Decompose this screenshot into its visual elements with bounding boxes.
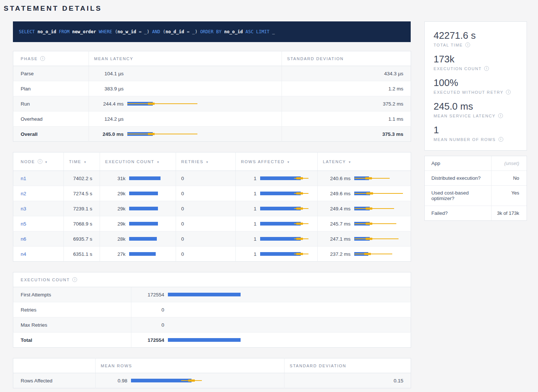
bar-mean-segment [129, 222, 158, 226]
node-cell: n2 [13, 186, 64, 201]
sql-identifier: no_o_id [38, 29, 56, 34]
time-column-header[interactable]: TIME▼ [64, 152, 100, 171]
rows-affected-value: 1 [241, 221, 256, 227]
node-link[interactable]: n5 [21, 221, 26, 227]
info-icon[interactable] [498, 113, 503, 118]
execution-count-cell-content: 31k [105, 171, 170, 186]
total-time-value: 42271.6 s [434, 30, 518, 41]
rows-standard-deviation-column-header: STANDARD DEVIATION [284, 358, 411, 373]
execution-count-cell: 31k [100, 171, 176, 186]
execution-count-table-header: EXECUTION COUNT [13, 272, 411, 287]
info-icon[interactable] [465, 42, 470, 47]
mean-rows-cell: 0.98 [96, 373, 284, 388]
execution-count-row-bar [168, 333, 406, 347]
sql-identifier: no_d_id [165, 29, 184, 34]
node-link[interactable]: n6 [21, 236, 26, 242]
node-column-header[interactable]: NODE▼ [13, 152, 64, 171]
rows-affected-value: 1 [241, 206, 256, 212]
info-icon[interactable] [484, 66, 489, 71]
execution-count-table: EXECUTION COUNT First Attempts172554Retr… [13, 272, 411, 348]
mean-rows-bar [131, 373, 279, 388]
execution-count-stat: 173k EXECUTION COUNT [434, 54, 518, 71]
info-icon[interactable] [72, 277, 77, 282]
mean-latency-cell: 244.4 ms [89, 96, 282, 111]
execution-count-row-bar [168, 302, 406, 317]
bar-stddev-line [355, 178, 390, 179]
time-cell: 6351.1 s [64, 247, 100, 262]
bar-stddev-line [355, 254, 392, 254]
node-link[interactable]: n4 [21, 251, 26, 257]
mean-latency-bar [127, 66, 276, 81]
execution-count-value-cell: 0 [131, 302, 411, 317]
main-column: SELECT no_o_id FROM new_order WHERE (no_… [13, 21, 411, 392]
info-icon[interactable] [40, 56, 45, 61]
standard-deviation-column-label: STANDARD DEVIATION [287, 56, 344, 61]
node-link[interactable]: n3 [21, 206, 26, 212]
node-row: n46351.1 s27k01237.2 ms [13, 247, 411, 262]
latency-cell: 237.2 ms [318, 247, 411, 262]
bar-stddev-tick [296, 223, 303, 225]
stddev-cell: 375.3 ms [282, 127, 411, 142]
bar-stddev-tick [296, 192, 303, 195]
mean-latency-cell-content: 124.2 µs [94, 111, 276, 126]
latency-column-label: LATENCY [323, 159, 346, 164]
node-link[interactable]: n2 [21, 191, 26, 196]
execution-count-bar [129, 201, 170, 216]
latency-column-header[interactable]: LATENCY▼ [318, 152, 411, 171]
rows-affected-column-header[interactable]: ROWS AFFECTED▼ [236, 152, 318, 171]
bar-mean-segment [129, 192, 158, 195]
bar-stddev-tick [296, 238, 303, 240]
retries-column-header[interactable]: RETRIES▼ [176, 152, 236, 171]
mean-rows-column-header: MEAN ROWS [96, 358, 284, 373]
execution-count-value: 31k [105, 176, 125, 181]
execution-count-value-cell-content: 172554 [137, 333, 406, 347]
node-row: n66935.7 s28k01247.1 ms [13, 231, 411, 247]
node-cell: n1 [13, 171, 64, 186]
bar-stddev-line [355, 208, 394, 209]
latency-bar [354, 201, 406, 216]
node-link[interactable]: n1 [21, 176, 26, 181]
sql-query: SELECT no_o_id FROM new_order WHERE (no_… [19, 29, 275, 34]
sort-caret-icon: ▼ [206, 161, 208, 164]
mean-service-latency-value: 245.0 ms [434, 101, 518, 112]
execution-count-value: 28k [105, 236, 125, 242]
info-icon[interactable] [38, 159, 42, 164]
mean-latency-value: 244.4 ms [94, 101, 124, 107]
bar-stddev-line [355, 238, 398, 239]
mean-latency-cell: 124.2 µs [89, 111, 282, 127]
mean-rows-cell-content: 0.98 [101, 373, 279, 388]
rows-affected-bar [260, 171, 312, 186]
rows-affected-value: 1 [241, 191, 256, 196]
info-icon[interactable] [499, 137, 503, 142]
execution-count-value: 29k [105, 191, 125, 196]
rows-standard-deviation-column-label: STANDARD DEVIATION [290, 364, 346, 368]
execution-count-value: 29k [105, 221, 125, 227]
total-time-label: TOTAL TIME [434, 42, 518, 47]
bar-stddev-line [355, 223, 396, 224]
sql-keyword: FROM [56, 29, 72, 34]
mean-latency-column-label: MEAN LATENCY [94, 56, 133, 61]
mean-latency-cell-content: 244.4 ms [94, 96, 276, 111]
node-table-header-row: NODE▼ TIME▼ EXECUTION COUNT▼ RETRIES▼ RO [13, 152, 411, 171]
statement-details-page: STATEMENT DETAILS SELECT no_o_id FROM ne… [0, 0, 538, 392]
summary-sidebar: 42271.6 s TOTAL TIME 173k EXECUTION COUN… [424, 21, 527, 221]
phase-table-header-row: PHASE MEAN LATENCY STANDARD DEVIATION [13, 51, 411, 66]
bar-stddev-line [127, 134, 197, 134]
info-icon[interactable] [506, 90, 511, 94]
mean-latency-bar [127, 81, 276, 96]
rows-affected-cell-content: 1 [241, 186, 312, 201]
sort-caret-icon: ▼ [83, 161, 86, 164]
sql-keyword: AND [152, 29, 160, 34]
app-details-card: App (unset) Distributed execution? No Us… [424, 156, 527, 221]
phase-name: Parse [13, 66, 89, 81]
sql-punctuation: = _) [184, 29, 200, 34]
sql-punctuation: ( [160, 29, 165, 34]
execution-count-row-label: Max Retries [13, 317, 131, 333]
sort-caret-icon: ▼ [287, 161, 290, 164]
execution-count-row-value: 172554 [137, 292, 164, 298]
execution-count-value-cell-content: 172554 [137, 287, 406, 302]
bar-mean-segment [129, 207, 158, 210]
rows-affected-cell: 1 [236, 216, 318, 231]
execution-count-column-header[interactable]: EXECUTION COUNT▼ [100, 152, 176, 171]
mean-latency-bar [127, 127, 276, 141]
